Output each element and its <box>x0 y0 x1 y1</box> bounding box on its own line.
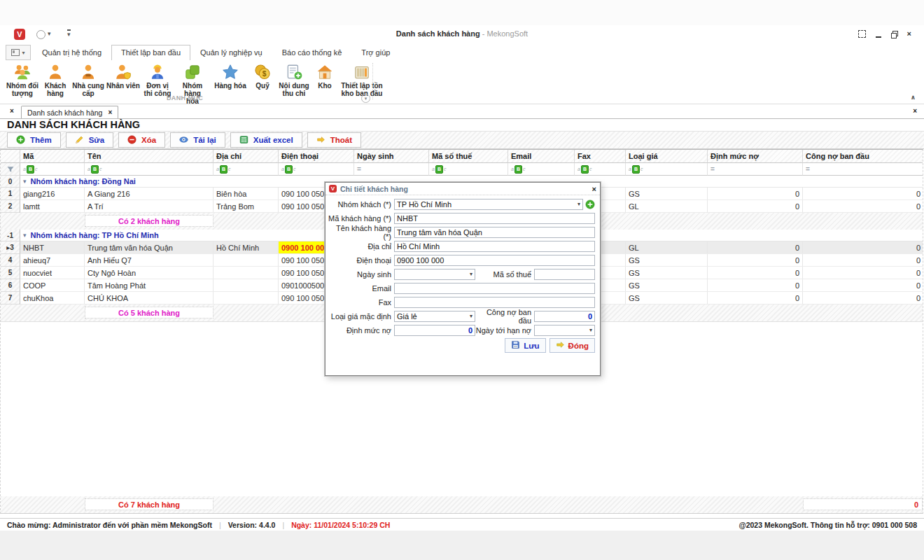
grid-cell[interactable]: Biên hòa <box>214 188 279 200</box>
ribbon-collapse-icon[interactable]: ∧ <box>911 94 916 101</box>
ngay-sinh-select[interactable]: ▾ <box>394 269 475 280</box>
grid-cell[interactable]: A Giang 216 <box>85 188 214 200</box>
column-header[interactable]: Fax <box>575 150 626 163</box>
ribbon-group-more-icon[interactable]: ▾ <box>361 94 370 103</box>
grid-cell[interactable]: chuKhoa <box>20 292 85 304</box>
filter-cell[interactable]: aBc <box>20 163 85 176</box>
grid-cell[interactable] <box>214 279 279 292</box>
column-header[interactable]: Tên <box>85 150 214 163</box>
filter-cell[interactable]: = <box>354 163 429 176</box>
email-input[interactable] <box>394 283 595 294</box>
filter-cell[interactable]: aBc <box>626 163 708 176</box>
grid-cell[interactable]: Tâm Hoàng Phát <box>85 279 214 292</box>
fit-window-icon[interactable] <box>858 30 866 38</box>
dien-thoai-input[interactable]: 0900 100 000 <box>394 255 595 266</box>
filter-cell[interactable]: aBc <box>214 163 279 176</box>
grid-cell[interactable]: 0 <box>803 241 923 254</box>
column-header[interactable]: Điện thoại <box>279 150 354 163</box>
grid-cell[interactable] <box>214 292 279 304</box>
column-header[interactable]: Ngày sinh <box>354 150 429 163</box>
column-header[interactable]: Mã số thuế <box>429 150 508 163</box>
grid-cell[interactable]: 0 <box>708 254 803 267</box>
grid-cell[interactable]: 0 <box>803 188 923 200</box>
filter-cell[interactable]: aBc <box>85 163 214 176</box>
grid-cell[interactable]: Anh Hiếu Q7 <box>85 254 214 267</box>
grid-cell[interactable]: GS <box>626 254 708 267</box>
plus-circle-button[interactable]: Thêm <box>7 132 61 148</box>
filter-cell[interactable]: = <box>803 163 923 176</box>
dialog-close-icon[interactable]: × <box>592 185 596 193</box>
grid-cell[interactable]: GS <box>626 279 708 292</box>
filter-cell[interactable]: aBc <box>279 163 354 176</box>
grid-cell[interactable]: 0 <box>708 241 803 254</box>
collapse-group-icon[interactable]: ▾ <box>23 178 27 185</box>
filter-cell[interactable]: aBc <box>508 163 575 176</box>
filter-cell[interactable]: = <box>708 163 803 176</box>
dia-chi-input[interactable]: Hồ Chí Minh <box>394 241 595 252</box>
close-button[interactable]: Đóng <box>550 338 595 353</box>
loai-gia-select[interactable]: Giá lẻ ▾ <box>394 311 475 322</box>
grid-cell[interactable] <box>214 254 279 267</box>
fax-input[interactable] <box>394 297 595 308</box>
add-customer-group-button[interactable] <box>585 200 595 209</box>
ribbon-tab[interactable]: Trợ giúp <box>351 45 400 60</box>
grid-cell[interactable]: 0 <box>708 292 803 304</box>
grid-cell[interactable]: CHÚ KHOA <box>85 292 214 304</box>
column-header[interactable]: Loại giá <box>626 150 708 163</box>
grid-cell[interactable]: 0 <box>803 267 923 279</box>
ribbon-tab[interactable]: Quản lý nghiệp vụ <box>190 45 272 60</box>
grid-cell[interactable]: 0 <box>803 200 923 213</box>
grid-cell[interactable]: COOP <box>20 279 85 292</box>
restore-icon[interactable] <box>891 31 897 37</box>
grid-cell[interactable]: Cty Ngô Hoàn <box>85 267 214 279</box>
column-header[interactable]: Định mức nợ <box>708 150 803 163</box>
grid-cell[interactable]: GL <box>626 241 708 254</box>
grid-cell[interactable]: 0 <box>803 254 923 267</box>
excel-button[interactable]: Xuất excel <box>230 132 302 148</box>
cong-no-input[interactable]: 0 <box>534 311 595 322</box>
ribbon-tab[interactable]: Quản trị hệ thống <box>32 45 111 60</box>
ma-so-thue-input[interactable] <box>534 269 595 280</box>
collapse-group-icon[interactable]: ▾ <box>23 232 27 239</box>
grid-cell[interactable]: 0 <box>708 267 803 279</box>
filter-cell[interactable]: aBc <box>575 163 626 176</box>
grid-cell[interactable]: Trung tâm văn hóa Quận <box>85 241 214 254</box>
grid-cell[interactable]: Hồ Chí Minh <box>214 241 279 254</box>
grid-cell[interactable]: GS <box>626 292 708 304</box>
pencil-button[interactable]: Sửa <box>66 132 113 148</box>
ma-khach-hang-input[interactable]: NHBT <box>394 213 595 224</box>
grid-cell[interactable]: A Trí <box>85 200 214 213</box>
minus-circle-button[interactable]: Xóa <box>118 132 165 148</box>
eye-button[interactable]: Tải lại <box>170 132 225 148</box>
close-window-icon[interactable]: × <box>907 29 911 38</box>
grid-cell[interactable] <box>214 267 279 279</box>
grid-cell[interactable]: GS <box>626 267 708 279</box>
save-button[interactable]: Lưu <box>505 338 545 353</box>
exit-arrow-button[interactable]: Thoát <box>307 132 361 148</box>
column-header[interactable]: Email <box>508 150 575 163</box>
grid-cell[interactable]: lamtt <box>20 200 85 213</box>
grid-cell[interactable]: ahieuq7 <box>20 254 85 267</box>
grid-cell[interactable]: 0 <box>803 279 923 292</box>
ribbon-tab[interactable]: Thiết lập ban đầu <box>111 45 190 61</box>
grid-cell[interactable]: 0 <box>708 188 803 200</box>
ten-khach-hang-input[interactable]: Trung tâm văn hóa Quận <box>394 227 595 238</box>
dinh-muc-no-input[interactable]: 0 <box>394 325 475 336</box>
grid-cell[interactable]: GL <box>626 200 708 213</box>
grid-cell[interactable]: 0 <box>803 292 923 304</box>
close-all-tabs-icon[interactable]: × <box>7 107 17 116</box>
application-menu-button[interactable]: ▾ <box>6 45 31 60</box>
minimize-icon[interactable] <box>876 31 881 38</box>
grid-cell[interactable]: giang216 <box>20 188 85 200</box>
tab-danh-sach-khach-hang[interactable]: Danh sách khách hàng × <box>21 106 118 118</box>
ngay-toi-han-select[interactable]: ▾ <box>534 325 595 336</box>
column-header[interactable]: Mã <box>20 150 85 163</box>
grid-cell[interactable]: Trảng Bom <box>214 200 279 213</box>
column-header[interactable]: Công nợ ban đầu <box>803 150 923 163</box>
grid-cell[interactable]: 0 <box>708 200 803 213</box>
grid-cell[interactable]: nuocviet <box>20 267 85 279</box>
grid-cell[interactable]: 0 <box>708 279 803 292</box>
ribbon-tab[interactable]: Báo cáo thống kê <box>272 45 352 60</box>
filter-cell[interactable]: aBc <box>429 163 508 176</box>
close-tab-icon[interactable]: × <box>108 108 112 116</box>
